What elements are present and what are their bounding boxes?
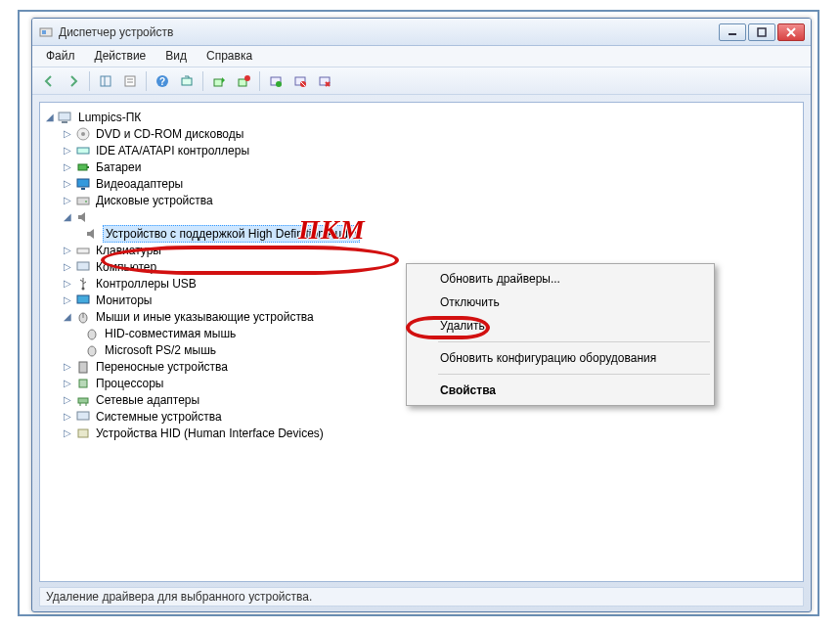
expand-icon[interactable]: ▷ xyxy=(62,378,73,389)
svg-rect-13 xyxy=(182,78,192,85)
menu-view[interactable]: Вид xyxy=(155,46,197,67)
svg-rect-23 xyxy=(59,112,70,120)
enable-button[interactable] xyxy=(265,70,287,92)
battery-icon xyxy=(75,159,91,175)
app-icon xyxy=(38,24,54,40)
context-menu: Обновить драйверы... Отключить Удалить О… xyxy=(406,263,715,406)
tree-item[interactable]: ▷Системные устройства xyxy=(44,408,799,425)
svg-point-41 xyxy=(88,346,96,356)
tree-item-audio-device[interactable]: Устройство с поддержкой High Definition … xyxy=(44,225,799,242)
svg-rect-43 xyxy=(79,380,87,387)
forward-button[interactable] xyxy=(63,70,84,92)
tree-item[interactable]: ▷Дисковые устройства xyxy=(44,192,799,208)
menu-action[interactable]: Действие xyxy=(85,46,156,67)
cm-update-drivers[interactable]: Обновить драйверы... xyxy=(409,267,712,291)
expand-icon[interactable]: ▷ xyxy=(62,145,73,157)
svg-rect-15 xyxy=(239,79,246,86)
expand-icon[interactable]: ▷ xyxy=(62,245,73,256)
svg-rect-8 xyxy=(125,76,135,86)
usb-icon xyxy=(75,276,91,292)
expand-icon[interactable]: ▷ xyxy=(62,128,73,140)
uninstall-button[interactable] xyxy=(233,70,254,92)
tree-item[interactable]: ▷Батареи xyxy=(44,158,799,175)
hid-icon xyxy=(75,426,91,441)
tree-item-audio[interactable]: ◢x xyxy=(44,208,799,225)
expand-icon[interactable]: ▷ xyxy=(62,411,73,423)
expand-icon[interactable]: ▷ xyxy=(62,161,73,173)
cm-delete[interactable]: Удалить xyxy=(409,314,712,337)
minimize-button[interactable] xyxy=(719,23,746,41)
computer-icon xyxy=(58,110,73,125)
help-button[interactable]: ? xyxy=(152,70,173,92)
svg-rect-34 xyxy=(77,248,89,253)
svg-rect-48 xyxy=(78,429,88,437)
svg-rect-14 xyxy=(214,79,222,86)
mouse-icon xyxy=(75,309,91,325)
expand-icon[interactable]: ▷ xyxy=(62,361,73,373)
svg-rect-24 xyxy=(62,121,67,123)
svg-rect-28 xyxy=(78,164,87,170)
expand-icon[interactable]: ▷ xyxy=(62,195,73,206)
tree-root[interactable]: ◢ Lumpics-ПК xyxy=(44,109,799,125)
drive-icon xyxy=(75,193,91,208)
toolbar-separator xyxy=(202,71,203,91)
svg-rect-35 xyxy=(77,262,89,270)
svg-rect-1 xyxy=(42,30,46,34)
svg-text:?: ? xyxy=(159,76,165,87)
toolbar-separator xyxy=(259,71,260,91)
cm-scan-hardware[interactable]: Обновить конфигурацию оборудования xyxy=(409,346,712,370)
svg-rect-27 xyxy=(77,148,89,154)
expand-icon[interactable]: ▷ xyxy=(62,261,73,273)
toolbar-separator xyxy=(89,71,90,91)
expand-icon[interactable]: ▷ xyxy=(62,394,73,406)
menu-file[interactable]: Файл xyxy=(36,46,85,67)
update-driver-button[interactable] xyxy=(208,70,230,92)
expand-icon[interactable]: ▷ xyxy=(62,278,73,290)
expand-icon[interactable]: ▷ xyxy=(62,427,73,439)
ide-icon xyxy=(75,143,91,158)
outer-frame: Диспетчер устройств Файл Действие Вид Сп… xyxy=(18,10,819,616)
collapse-icon[interactable]: ◢ xyxy=(44,112,56,123)
svg-rect-29 xyxy=(87,166,89,168)
svg-point-18 xyxy=(276,81,282,87)
tree-item[interactable]: ▷Клавиатуры xyxy=(44,242,799,258)
menu-help[interactable]: Справка xyxy=(197,46,262,67)
disable-button[interactable] xyxy=(289,70,311,92)
back-button[interactable] xyxy=(38,70,60,92)
svg-rect-31 xyxy=(81,188,85,190)
svg-point-33 xyxy=(85,201,87,202)
maximize-button[interactable] xyxy=(748,23,775,41)
svg-rect-42 xyxy=(79,362,87,373)
cm-properties[interactable]: Свойства xyxy=(409,379,712,402)
svg-rect-3 xyxy=(758,28,766,36)
svg-point-16 xyxy=(244,75,250,81)
monitor-icon xyxy=(75,292,91,308)
svg-point-26 xyxy=(81,132,85,136)
svg-rect-6 xyxy=(101,76,111,86)
display-icon xyxy=(75,176,91,192)
svg-rect-44 xyxy=(78,398,88,403)
collapse-icon[interactable]: ◢ xyxy=(62,311,73,323)
tree-item[interactable]: ▷IDE ATA/ATAPI контроллеры xyxy=(44,142,799,158)
disc-icon xyxy=(75,126,91,142)
cpu-icon xyxy=(75,376,91,391)
tree-item[interactable]: ▷DVD и CD-ROM дисководы xyxy=(44,125,799,142)
cm-disable[interactable]: Отключить xyxy=(409,291,712,314)
show-hidden-button[interactable] xyxy=(95,70,116,92)
collapse-icon[interactable]: ◢ xyxy=(62,211,73,223)
tree-item[interactable]: ▷Устройства HID (Human Interface Devices… xyxy=(44,425,799,441)
expand-icon[interactable]: ▷ xyxy=(62,178,73,190)
close-button[interactable] xyxy=(777,23,805,41)
remove-button[interactable] xyxy=(314,70,335,92)
expand-icon[interactable]: ▷ xyxy=(62,294,73,306)
scan-button[interactable] xyxy=(176,70,198,92)
menu-bar: Файл Действие Вид Справка xyxy=(32,46,811,67)
properties-button[interactable] xyxy=(119,70,141,92)
window-title: Диспетчер устройств xyxy=(59,25,719,39)
tree-item[interactable]: ▷Видеоадаптеры xyxy=(44,175,799,192)
svg-point-36 xyxy=(82,287,85,290)
status-text: Удаление драйвера для выбранного устройс… xyxy=(46,590,312,604)
cm-separator xyxy=(438,374,710,375)
keyboard-icon xyxy=(75,243,91,258)
svg-rect-30 xyxy=(77,179,89,187)
